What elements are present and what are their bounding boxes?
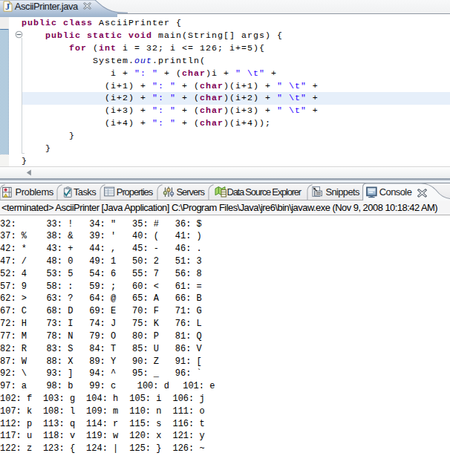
svg-text:J: J (5, 1, 10, 12)
